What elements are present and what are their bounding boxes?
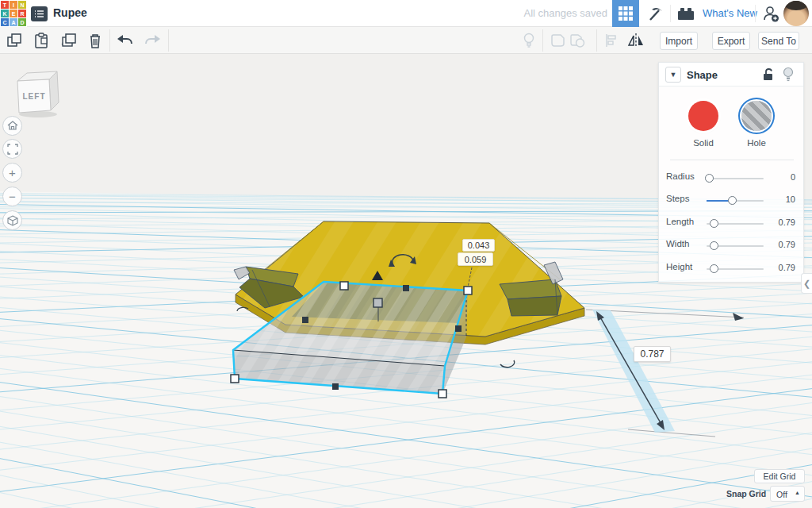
length-value: 0.79 xyxy=(760,217,795,227)
view-cube-face-label: LEFT xyxy=(23,92,46,101)
chevron-up-icon: ▲ xyxy=(795,490,800,495)
slider-row-height: Height 0.79 xyxy=(659,260,803,275)
slider-row-radius: Radius 0 xyxy=(659,169,803,185)
minecraft-pickaxe-icon[interactable] xyxy=(642,0,669,27)
snap-grid-dropdown[interactable]: Off ▲ xyxy=(770,486,805,502)
steps-value: 10 xyxy=(760,194,795,204)
view-cube[interactable]: LEFT xyxy=(6,67,67,121)
design-properties-icon[interactable] xyxy=(31,6,48,21)
panel-dropdown-button[interactable]: ▼ xyxy=(665,67,681,83)
brick-lego-icon[interactable] xyxy=(672,0,699,27)
measurement-label-bottom[interactable]: 0.059 xyxy=(458,252,493,266)
steps-slider[interactable] xyxy=(707,200,764,202)
panel-collapse-tab[interactable]: ❮ xyxy=(801,273,812,294)
hole-label: Hole xyxy=(741,138,772,148)
snap-grid-value: Off xyxy=(776,490,787,499)
width-slider[interactable] xyxy=(707,245,764,247)
snap-grid-label: Snap Grid xyxy=(726,489,766,498)
length-slider-handle[interactable] xyxy=(710,219,718,228)
group-button[interactable] xyxy=(549,32,568,49)
redo-button[interactable] xyxy=(143,32,162,49)
dashboard-grid-button[interactable] xyxy=(612,0,639,27)
add-person-icon[interactable] xyxy=(757,0,784,27)
copy-button[interactable] xyxy=(5,32,24,49)
slider-row-steps: Steps 10 xyxy=(659,191,803,207)
panel-divider xyxy=(670,160,794,160)
length-slider[interactable] xyxy=(707,223,764,225)
perspective-toggle-button[interactable] xyxy=(2,210,22,230)
height-value: 0.79 xyxy=(760,263,795,272)
shape-inspector-panel: ▼ Shape Solid Hole Radius 0 Steps 10 Len… xyxy=(658,62,804,283)
align-button[interactable] xyxy=(603,32,622,49)
solid-label: Solid xyxy=(688,138,718,148)
radius-slider-handle[interactable] xyxy=(705,174,714,183)
ungroup-button[interactable] xyxy=(568,32,587,49)
user-avatar[interactable] xyxy=(783,1,809,26)
save-status: All changes saved xyxy=(523,7,607,19)
duplicate-button[interactable] xyxy=(59,32,78,49)
slider-row-length: Length 0.79 xyxy=(659,214,803,230)
edit-grid-button[interactable]: Edit Grid xyxy=(754,469,805,483)
tinkercad-app: 0.043 0.059 0.787 LEFT + − Edit Grid Sna… xyxy=(0,0,812,508)
hole-material-swatch[interactable] xyxy=(741,101,772,131)
undo-button[interactable] xyxy=(116,32,135,49)
paste-button[interactable] xyxy=(32,32,51,49)
workplane-light-button[interactable] xyxy=(519,32,538,49)
design-title[interactable]: Rupee xyxy=(53,6,87,19)
hide-lightbulb-icon[interactable] xyxy=(783,67,794,85)
whats-new-link[interactable]: What's New xyxy=(703,7,757,19)
edit-toolbar: Import Export Send To xyxy=(0,27,812,54)
home-view-button[interactable] xyxy=(2,116,22,136)
top-bar: TIN KER CAD Rupee All changes saved What… xyxy=(0,0,812,27)
panel-title: Shape xyxy=(687,69,718,81)
delete-button[interactable] xyxy=(86,32,105,49)
measurement-label-top[interactable]: 0.043 xyxy=(462,239,495,252)
export-button[interactable]: Export xyxy=(712,32,750,50)
steps-slider-handle[interactable] xyxy=(728,196,737,205)
import-button[interactable]: Import xyxy=(660,32,698,50)
unlock-icon[interactable] xyxy=(762,67,774,84)
shape-panel-header: ▼ Shape xyxy=(659,63,803,87)
width-slider-handle[interactable] xyxy=(710,241,718,250)
radius-slider[interactable] xyxy=(707,178,764,179)
zoom-in-button[interactable]: + xyxy=(2,163,22,183)
send-to-button[interactable]: Send To xyxy=(758,32,799,50)
solid-material-swatch[interactable] xyxy=(688,101,718,131)
tinkercad-logo[interactable]: TIN KER CAD xyxy=(0,0,27,27)
radius-value: 0 xyxy=(760,172,795,182)
height-slider[interactable] xyxy=(707,268,764,270)
mirror-button[interactable] xyxy=(626,32,645,49)
chevron-down-icon: ▼ xyxy=(670,71,677,79)
zoom-out-button[interactable]: − xyxy=(2,187,22,206)
fit-view-button[interactable] xyxy=(2,139,22,159)
width-value: 0.79 xyxy=(760,240,795,249)
height-slider-handle[interactable] xyxy=(710,264,718,273)
slider-row-width: Width 0.79 xyxy=(659,237,803,252)
measurement-label-diagonal[interactable]: 0.787 xyxy=(634,346,671,362)
